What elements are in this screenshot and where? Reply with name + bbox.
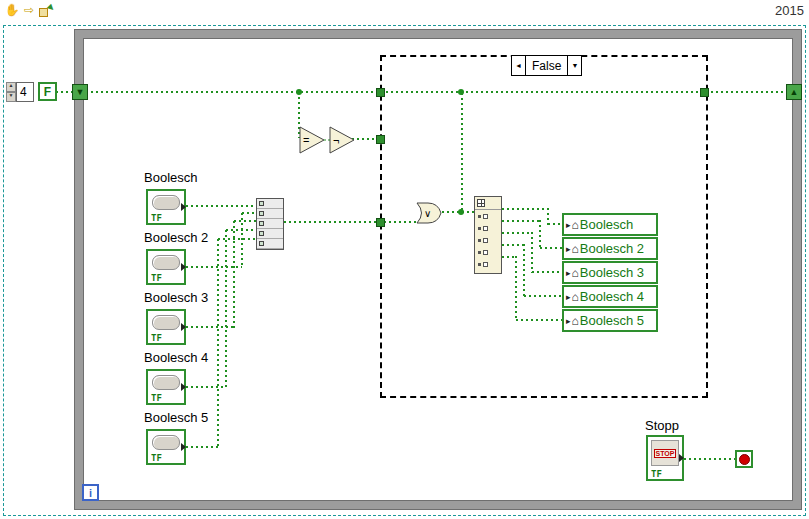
local-variable-label: Boolesch 5 <box>580 313 644 328</box>
wire-loc3-h[interactable] <box>502 232 532 234</box>
boolean-control-boolesch-5[interactable]: TF <box>146 429 186 465</box>
index-array-node[interactable] <box>474 196 502 274</box>
wire-loc4-v[interactable] <box>523 244 525 297</box>
case-tunnel-array[interactable] <box>376 218 385 227</box>
case-tunnel-right-main[interactable] <box>700 88 709 97</box>
local-variable-boolesch-4[interactable]: ▸ ⌂ Boolesch 4 <box>562 285 658 308</box>
wire-loc4-h[interactable] <box>502 244 524 246</box>
local-variable-label: Boolesch 4 <box>580 289 644 304</box>
write-arrow-icon: ▸ <box>566 292 571 302</box>
control-label-boolesch: Boolesch <box>143 170 198 185</box>
control-label-boolesch-4: Boolesch 4 <box>143 350 209 365</box>
build-array-node[interactable] <box>256 198 284 250</box>
boolean-control-boolesch-2[interactable]: TF <box>146 249 186 285</box>
button-face <box>152 315 180 330</box>
control-label-boolesch-5: Boolesch 5 <box>143 410 209 425</box>
wire-loc5-h[interactable] <box>502 256 516 258</box>
boolean-control-boolesch-3[interactable]: TF <box>146 309 186 345</box>
equal-node-glyph: = <box>303 134 309 146</box>
local-variable-boolesch-3[interactable]: ▸ ⌂ Boolesch 3 <box>562 261 658 284</box>
wire-loc2-in[interactable] <box>540 247 562 249</box>
house-icon: ⌂ <box>572 314 579 328</box>
wire-loc3-v[interactable] <box>531 232 533 273</box>
control-label-boolesch-2: Boolesch 2 <box>143 230 209 245</box>
shift-register-left[interactable]: ▼ <box>72 84 88 100</box>
index-array-header <box>475 197 501 210</box>
index-array-output-row <box>475 258 501 270</box>
wire-array-to-case[interactable] <box>284 221 418 223</box>
output-arrow-icon <box>181 263 186 271</box>
wire-loc2-h[interactable] <box>502 220 540 222</box>
case-selector-terminal[interactable] <box>376 135 385 144</box>
write-arrow-icon: ▸ <box>566 244 571 254</box>
step-into-icon[interactable]: ▶ <box>38 2 54 18</box>
numeric-spinner[interactable]: ▲ ▼ <box>6 82 16 102</box>
wire-loc3-in[interactable] <box>532 271 562 273</box>
local-variable-boolesch-5[interactable]: ▸ ⌂ Boolesch 5 <box>562 309 658 332</box>
tf-terminal-label: TF <box>151 393 162 403</box>
wire-vertical-junction[interactable] <box>461 93 463 212</box>
wire-ctl4-in[interactable] <box>226 229 256 231</box>
spin-down-icon[interactable]: ▼ <box>6 92 16 102</box>
case-prev-arrow-icon[interactable]: ◄ <box>512 56 525 75</box>
operate-hand-tool-icon[interactable]: ✋ <box>4 2 20 18</box>
case-menu-arrow-icon[interactable]: ▼ <box>568 56 581 75</box>
wire-loc5-in[interactable] <box>516 319 562 321</box>
wire-junction-dot <box>296 89 302 95</box>
numeric-constant[interactable]: ▲ ▼ 4 <box>6 82 34 102</box>
shift-register-right[interactable]: ▲ <box>786 84 802 100</box>
button-face <box>152 375 180 390</box>
wire-loc1-in[interactable] <box>548 223 562 225</box>
stop-button-text: STOP <box>654 449 677 458</box>
wire-ctl2-in[interactable] <box>242 212 256 214</box>
index-array-output-row <box>475 222 501 234</box>
wire-ctl1[interactable] <box>186 205 256 207</box>
tf-terminal-label: TF <box>651 469 662 479</box>
index-array-output-row <box>475 234 501 246</box>
wire-ctl3-in[interactable] <box>234 220 256 222</box>
stop-button-terminal[interactable]: STOP TF <box>646 435 684 481</box>
wire-loc5-v[interactable] <box>515 256 517 321</box>
wire-loc4-in[interactable] <box>524 295 562 297</box>
wire-ctl5-h[interactable] <box>186 446 218 448</box>
boolean-control-boolesch[interactable]: TF <box>146 189 186 225</box>
loop-condition-terminal[interactable] <box>735 450 753 468</box>
spin-up-icon[interactable]: ▲ <box>6 82 16 92</box>
control-label-boolesch-3: Boolesch 3 <box>143 290 209 305</box>
output-arrow-icon <box>181 203 186 211</box>
wire-main-boolean[interactable] <box>56 91 792 93</box>
case-selector-value[interactable]: False <box>525 56 568 75</box>
navigate-arrow-icon[interactable]: ⇨ <box>21 2 37 18</box>
comparison-nodes[interactable]: = ¬ <box>298 126 358 156</box>
boolean-control-boolesch-4[interactable]: TF <box>146 369 186 405</box>
wire-stop[interactable] <box>684 458 735 460</box>
wire-junction-dot <box>458 89 464 95</box>
write-arrow-icon: ▸ <box>566 220 571 230</box>
loop-iteration-terminal[interactable]: i <box>82 484 99 501</box>
false-boolean-constant[interactable]: F <box>38 82 57 101</box>
local-variable-label: Boolesch 2 <box>580 241 644 256</box>
write-arrow-icon: ▸ <box>566 268 571 278</box>
case-structure-border[interactable] <box>380 55 708 398</box>
output-arrow-icon <box>181 443 186 451</box>
wire-ctl4-h[interactable] <box>186 386 226 388</box>
index-array-output-row <box>475 210 501 222</box>
local-variable-label: Boolesch 3 <box>580 265 644 280</box>
wire-loc2-v[interactable] <box>539 220 541 249</box>
button-face <box>152 435 180 450</box>
wire-loc1-h[interactable] <box>502 208 548 210</box>
case-tunnel-left-main[interactable] <box>376 88 385 97</box>
or-array-elements-node[interactable]: ∨ <box>414 200 444 226</box>
wire-ctl4-v[interactable] <box>225 230 227 388</box>
stop-control-label: Stopp <box>644 418 680 433</box>
wire-ctl5-in[interactable] <box>218 238 256 240</box>
case-selector[interactable]: ◄ False ▼ <box>511 55 582 76</box>
stop-sign-icon <box>739 454 750 465</box>
wire-ctl5-v[interactable] <box>217 239 219 448</box>
tf-terminal-label: TF <box>151 273 162 283</box>
array-glyph-icon <box>477 199 485 207</box>
tf-terminal-label: TF <box>151 213 162 223</box>
numeric-constant-value[interactable]: 4 <box>16 82 34 102</box>
local-variable-boolesch[interactable]: ▸ ⌂ Boolesch <box>562 213 658 236</box>
local-variable-boolesch-2[interactable]: ▸ ⌂ Boolesch 2 <box>562 237 658 260</box>
